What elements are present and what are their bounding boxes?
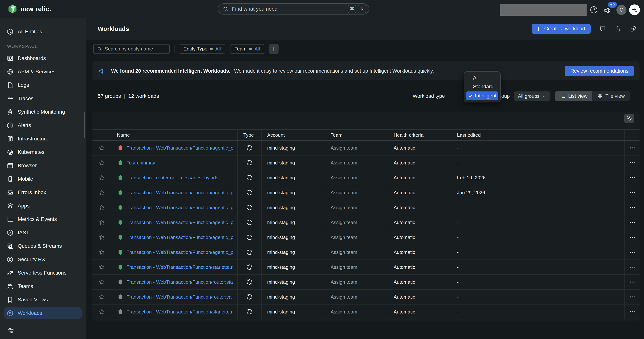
filter-pill[interactable]: Team = All <box>230 44 264 54</box>
more-actions-button[interactable] <box>629 249 636 256</box>
favorite-star-icon[interactable] <box>99 219 105 226</box>
sidebar-item[interactable]: Queues & Streams <box>4 240 82 252</box>
add-filter-button[interactable] <box>269 44 278 54</box>
entity-search-input[interactable] <box>105 46 167 52</box>
list-view-button[interactable]: List view <box>555 91 592 101</box>
column-header-account[interactable]: Account <box>261 130 324 140</box>
sidebar-item[interactable]: Metrics & Events <box>4 213 82 225</box>
more-actions-button[interactable] <box>629 219 636 226</box>
sidebar-item[interactable]: Logs <box>4 79 82 91</box>
share-icon[interactable] <box>614 25 621 32</box>
workload-name-link[interactable]: Transaction - WebTransaction/Function/ag… <box>126 235 234 240</box>
favorite-star-icon[interactable] <box>99 204 105 211</box>
more-actions-button[interactable] <box>629 309 636 315</box>
workload-type-option[interactable]: Intelligent <box>466 91 498 100</box>
sidebar-item-all-entities[interactable]: All Entities <box>4 26 82 38</box>
workload-name-link[interactable]: Transaction - WebTransaction/Function/ro… <box>126 294 232 300</box>
workload-name-link[interactable]: Transaction - WebTransaction/Function/ag… <box>126 220 234 225</box>
workload-name-link[interactable]: Test-chinmay <box>126 160 155 166</box>
sidebar-item[interactable]: Mobile <box>4 173 82 185</box>
assign-team-link[interactable]: Assign team <box>324 305 388 319</box>
global-search[interactable]: ⌘ K <box>218 3 369 14</box>
column-header-health[interactable]: Health criteria <box>388 130 451 140</box>
favorite-star-icon[interactable] <box>99 160 105 166</box>
sidebar-item[interactable]: Apps <box>4 200 82 212</box>
new-relic-logo[interactable]: new relic. <box>8 4 51 14</box>
user-avatar[interactable]: C <box>616 5 626 15</box>
favorite-star-icon[interactable] <box>99 189 105 196</box>
sidebar-item[interactable]: Workloads <box>4 307 82 319</box>
sidebar-settings-icon[interactable] <box>7 327 14 335</box>
assign-team-link[interactable]: Assign team <box>324 245 388 260</box>
assign-team-link[interactable]: Assign team <box>324 185 388 200</box>
assign-team-link[interactable]: Assign team <box>324 215 388 230</box>
assign-team-link[interactable]: Assign team <box>324 290 388 304</box>
favorite-star-icon[interactable] <box>99 175 105 181</box>
assign-team-link[interactable]: Assign team <box>324 275 388 289</box>
workload-type-option[interactable]: All <box>464 74 500 82</box>
column-header-name[interactable]: Name <box>111 130 237 140</box>
assign-team-link[interactable]: Assign team <box>324 260 388 274</box>
workload-name-link[interactable]: Transaction - WebTransaction/Function/ag… <box>126 190 234 196</box>
sidebar-item[interactable]: Errors Inbox <box>4 186 82 198</box>
more-actions-button[interactable] <box>629 204 636 211</box>
sidebar-item[interactable]: IAST <box>4 227 82 239</box>
sidebar-item[interactable]: Synthetic Monitoring <box>4 106 82 118</box>
sidebar-scrollbar[interactable] <box>84 112 85 138</box>
review-recommendations-button[interactable]: Review recommendations <box>565 66 634 76</box>
column-header-last-edited[interactable]: Last edited <box>451 130 624 140</box>
favorite-star-icon[interactable] <box>99 294 105 300</box>
workload-name-link[interactable]: Transaction - WebTransaction/Function/st… <box>126 309 232 315</box>
help-icon[interactable] <box>590 5 598 14</box>
assign-team-link[interactable]: Assign team <box>324 170 388 185</box>
sidebar-item[interactable]: Teams <box>4 280 82 292</box>
assign-team-link[interactable]: Assign team <box>324 200 388 215</box>
favorite-star-icon[interactable] <box>99 279 105 285</box>
assign-team-link[interactable]: Assign team <box>324 230 388 245</box>
ai-assistant-button[interactable] <box>629 4 640 15</box>
sidebar-item[interactable]: Saved Views <box>4 294 82 306</box>
workload-name-link[interactable]: Transaction - router:get_messages_by_ids <box>126 175 218 181</box>
sidebar-item[interactable]: Infrastructure <box>4 133 82 145</box>
favorite-star-icon[interactable] <box>99 249 105 255</box>
workload-name-link[interactable]: Transaction - WebTransaction/Function/ro… <box>126 279 233 285</box>
more-actions-button[interactable] <box>629 145 636 151</box>
favorite-star-icon[interactable] <box>99 145 105 151</box>
sidebar-item[interactable]: Security RX <box>4 254 82 265</box>
sidebar-item[interactable]: Alerts <box>4 119 82 131</box>
workload-name-link[interactable]: Transaction - WebTransaction/Function/ag… <box>126 205 234 211</box>
sidebar-item[interactable]: Kubernetes <box>4 146 82 158</box>
sidebar-item[interactable]: Dashboards <box>4 52 82 64</box>
group-select[interactable]: All groups <box>514 91 550 101</box>
copy-link-icon[interactable] <box>630 25 636 32</box>
sidebar-item[interactable]: APM & Services <box>4 66 82 78</box>
assign-team-link[interactable]: Assign team <box>324 141 388 155</box>
more-actions-button[interactable] <box>629 234 636 241</box>
workload-name-link[interactable]: Transaction - WebTransaction/Function/st… <box>126 264 232 270</box>
more-actions-button[interactable] <box>629 294 636 300</box>
favorite-star-icon[interactable] <box>99 264 105 270</box>
more-actions-button[interactable] <box>629 159 636 166</box>
entity-search[interactable] <box>93 44 170 54</box>
tile-view-button[interactable]: Tile view <box>592 91 630 101</box>
workload-name-link[interactable]: Transaction - WebTransaction/Function/ag… <box>126 145 234 151</box>
favorite-star-icon[interactable] <box>99 309 105 315</box>
global-search-input[interactable] <box>232 6 346 12</box>
table-settings-button[interactable] <box>624 114 634 123</box>
feedback-chat-icon[interactable] <box>599 25 606 32</box>
column-header-type[interactable]: Type <box>237 130 261 140</box>
column-header-team[interactable]: Team <box>324 130 388 140</box>
assign-team-link[interactable]: Assign team <box>324 156 388 170</box>
sidebar-item[interactable]: Serverless Functions <box>4 267 82 279</box>
create-workload-button[interactable]: Create a workload <box>532 24 591 34</box>
sidebar-item[interactable]: Browser <box>4 160 82 172</box>
filter-pill[interactable]: Entity Type = All <box>179 44 225 54</box>
more-actions-button[interactable] <box>629 264 636 271</box>
favorite-star-icon[interactable] <box>99 234 105 241</box>
workload-type-option[interactable]: Standard <box>464 82 500 91</box>
more-actions-button[interactable] <box>629 279 636 285</box>
more-actions-button[interactable] <box>629 189 636 196</box>
sidebar-item[interactable]: Traces <box>4 93 82 104</box>
workload-name-link[interactable]: Transaction - WebTransaction/Function/ag… <box>126 249 234 255</box>
more-actions-button[interactable] <box>629 174 636 181</box>
